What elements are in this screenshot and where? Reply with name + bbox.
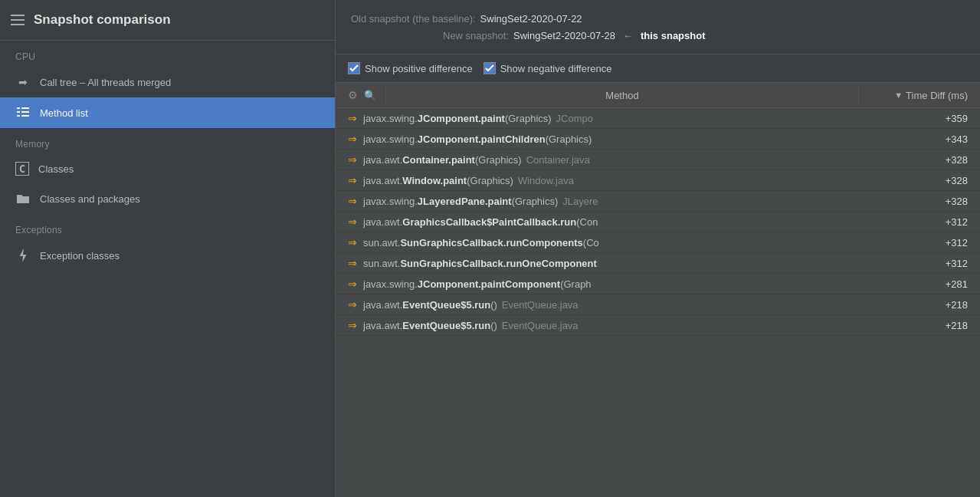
row-pkg: javax.swing.: [363, 113, 418, 124]
row-method-text: java.awt.EventQueue$5.run()EventQueue.ja…: [363, 320, 906, 331]
row-pkg: java.awt.: [363, 175, 402, 186]
svg-marker-6: [20, 248, 27, 262]
row-timediff: +312: [906, 237, 968, 248]
row-params: (Con: [576, 216, 598, 228]
settings-icon[interactable]: ⚙: [348, 89, 358, 101]
hamburger-menu-icon[interactable]: [11, 15, 25, 25]
sidebar-header: Snapshot comparison: [0, 0, 335, 41]
row-arrow-icon: ⇒: [348, 112, 357, 124]
row-source: Container.java: [526, 154, 590, 166]
row-params: (): [490, 299, 497, 311]
row-arrow-icon: ⇒: [348, 216, 357, 228]
row-method-text: sun.awt.SunGraphicsCallback.runOneCompon…: [363, 258, 906, 269]
row-method-text: java.awt.Container.paint(Graphics)Contai…: [363, 154, 906, 166]
method-column-header: Method: [395, 90, 849, 101]
new-snapshot-row: New snapshot: SwingSet2-2020-07-28 ← thi…: [443, 28, 965, 44]
sidebar-item-classes-and-packages[interactable]: Classes and packages: [0, 183, 335, 214]
row-params: (Graphics): [512, 196, 559, 207]
svg-rect-4: [17, 115, 20, 117]
svg-rect-0: [17, 107, 20, 109]
row-timediff: +312: [906, 258, 968, 269]
show-negative-label: Show negative difference: [500, 63, 612, 74]
new-snapshot-value: SwingSet2-2020-07-28: [513, 28, 615, 44]
exception-classes-label: Exception classes: [40, 250, 120, 262]
table-row[interactable]: ⇒java.awt.Window.paint(Graphics)Window.j…: [336, 170, 980, 191]
row-pkg: java.awt.: [363, 299, 402, 311]
search-icon[interactable]: 🔍: [364, 90, 376, 101]
row-method-text: javax.swing.JComponent.paint(Graphics)JC…: [363, 113, 906, 124]
row-pkg: sun.awt.: [363, 237, 400, 248]
row-classmethod: EventQueue$5.run: [402, 299, 490, 311]
row-timediff: +328: [906, 175, 968, 186]
row-source: JCompo: [556, 113, 593, 124]
row-classmethod: GraphicsCallback$PaintCallback.run: [402, 216, 576, 228]
memory-section-label: Memory: [0, 128, 335, 154]
row-params: (Graph: [560, 278, 591, 290]
list-icon: [15, 105, 31, 120]
main-content: Old snapshot (the baseline): SwingSet2-2…: [336, 0, 980, 497]
row-source: Window.java: [518, 175, 574, 186]
classes-packages-label: Classes and packages: [40, 193, 140, 205]
this-snapshot-label: this snapshot: [641, 28, 706, 44]
arrow-icon: ←: [623, 28, 633, 44]
table-row[interactable]: ⇒javax.swing.JComponent.paintChildren(Gr…: [336, 129, 980, 150]
row-arrow-icon: ⇒: [348, 174, 357, 186]
row-arrow-icon: ⇒: [348, 319, 357, 331]
sidebar: Snapshot comparison CPU ➡ Call tree – Al…: [0, 0, 336, 497]
row-method-text: sun.awt.SunGraphicsCallback.runComponent…: [363, 237, 906, 248]
sidebar-item-classes[interactable]: C Classes: [0, 154, 335, 183]
positive-checkbox[interactable]: [348, 62, 360, 74]
row-params: (Graphics): [475, 154, 522, 166]
row-params: (Co: [583, 237, 599, 248]
row-timediff: +281: [906, 278, 968, 290]
svg-rect-1: [21, 107, 29, 109]
row-classmethod: JComponent.paintComponent: [418, 278, 560, 290]
new-snapshot-label: New snapshot:: [443, 28, 509, 44]
row-classmethod: EventQueue$5.run: [402, 320, 490, 331]
row-pkg: java.awt.: [363, 320, 402, 331]
exceptions-section-label: Exceptions: [0, 214, 335, 240]
row-pkg: javax.swing.: [363, 133, 418, 145]
row-timediff: +312: [906, 216, 968, 228]
method-list-label: Method list: [40, 107, 88, 119]
table-row[interactable]: ⇒java.awt.EventQueue$5.run()EventQueue.j…: [336, 295, 980, 315]
table-row[interactable]: ⇒sun.awt.SunGraphicsCallback.runComponen…: [336, 232, 980, 253]
row-classmethod: SunGraphicsCallback.runComponents: [400, 237, 582, 248]
lightning-icon: [15, 248, 31, 263]
svg-rect-5: [21, 115, 29, 117]
row-params: (): [490, 320, 497, 331]
row-source: EventQueue.java: [502, 299, 578, 311]
timediff-label: Time Diff (ms): [906, 90, 968, 101]
table-row[interactable]: ⇒javax.swing.JComponent.paint(Graphics)J…: [336, 108, 980, 129]
arrow-right-icon: ➡: [15, 74, 31, 90]
row-arrow-icon: ⇒: [348, 133, 357, 145]
table-row[interactable]: ⇒java.awt.GraphicsCallback$PaintCallback…: [336, 212, 980, 232]
table-row[interactable]: ⇒javax.swing.JLayeredPane.paint(Graphics…: [336, 191, 980, 212]
sidebar-item-call-tree[interactable]: ➡ Call tree – All threads merged: [0, 67, 335, 97]
table-row[interactable]: ⇒java.awt.EventQueue$5.run()EventQueue.j…: [336, 315, 980, 336]
timediff-column-header[interactable]: ▼ Time Diff (ms): [868, 90, 968, 101]
controls-bar: Show positive difference Show negative d…: [336, 54, 980, 83]
row-source: JLayere: [562, 196, 598, 207]
show-negative-checkbox-group[interactable]: Show negative difference: [483, 62, 612, 74]
row-method-text: javax.swing.JComponent.paintComponent(Gr…: [363, 278, 906, 290]
sidebar-item-method-list[interactable]: Method list: [0, 97, 335, 128]
row-timediff: +218: [906, 299, 968, 311]
table-row[interactable]: ⇒java.awt.Container.paint(Graphics)Conta…: [336, 150, 980, 170]
table-row[interactable]: ⇒sun.awt.SunGraphicsCallback.runOneCompo…: [336, 253, 980, 274]
row-timediff: +343: [906, 133, 968, 145]
negative-checkbox[interactable]: [483, 62, 496, 74]
row-method-text: java.awt.Window.paint(Graphics)Window.ja…: [363, 175, 906, 186]
row-pkg: java.awt.: [363, 154, 402, 166]
folder-icon: [15, 191, 31, 206]
show-positive-label: Show positive difference: [365, 63, 473, 74]
sidebar-item-exception-classes[interactable]: Exception classes: [0, 240, 335, 271]
table-row[interactable]: ⇒javax.swing.JComponent.paintComponent(G…: [336, 274, 980, 295]
row-method-text: java.awt.EventQueue$5.run()EventQueue.ja…: [363, 299, 906, 311]
svg-rect-3: [21, 111, 29, 113]
c-icon: C: [15, 162, 29, 176]
show-positive-checkbox-group[interactable]: Show positive difference: [348, 62, 473, 74]
row-classmethod: JComponent.paint: [418, 113, 505, 124]
cpu-section-label: CPU: [0, 41, 335, 67]
row-params: (Graphics): [546, 133, 592, 145]
